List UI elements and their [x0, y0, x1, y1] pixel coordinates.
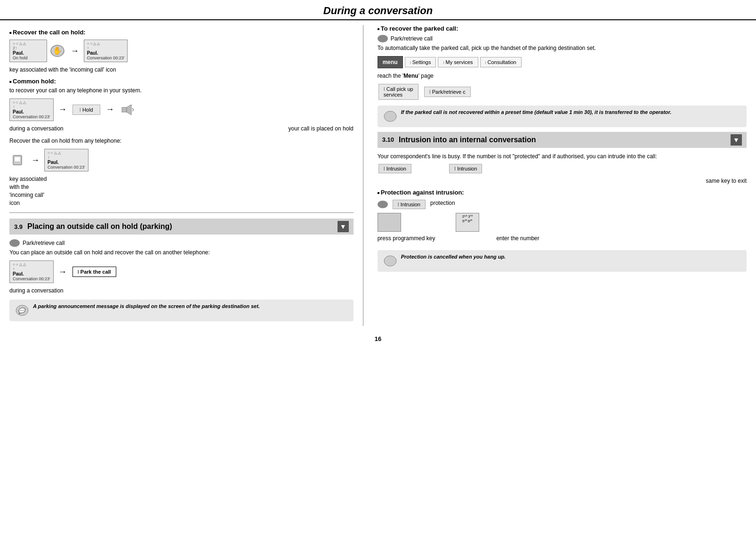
park-retrieve-menu-btn: Park/retrieve c — [424, 87, 471, 97]
hold-step-1: ○○△△ 2↑ Paul. On hold ✋ → ○○△△ ↑ Paul. C… — [9, 40, 354, 62]
parking-step: ○○△△ ↑ Paul. Conversation 00:23' → Park … — [9, 260, 354, 283]
consultation-tab: Consultation — [480, 57, 522, 67]
keys-row: 2ⁿᵈ 3ʳᵈ5ᵗʰ 6ᵗʰ — [378, 213, 747, 232]
svg-point-9 — [384, 256, 396, 266]
phone-small-icon — [9, 153, 26, 167]
services-row: Call pick upservices Park/retrieve c — [378, 83, 747, 101]
call-placed-hold-label: your call is placed on hold — [289, 125, 354, 133]
to-recover-title: To recover the parked call: — [378, 25, 747, 32]
common-hold-title: Common hold: — [9, 78, 354, 85]
protection-title: Protection against intrusion: — [378, 189, 747, 196]
key-associated-with: key associatedwith the'incoming call'ico… — [9, 175, 354, 207]
recover-hold-title: Recover the call on hold: — [9, 29, 354, 36]
note-icon: 💬 — [15, 303, 29, 317]
park-retrieve-text-right: Park/retrieve call — [391, 35, 433, 42]
hold-button: Hold — [72, 105, 100, 115]
section-3-10-number: 3.10 — [382, 136, 394, 143]
divider1 — [9, 212, 354, 213]
phone-screen-conv2: ○○△△ ↑ Paul. Conversation 00:23' — [44, 149, 88, 171]
note-icon3 — [383, 254, 397, 268]
oval-icon-intrusion — [378, 201, 388, 208]
parking-desc: You can place an outside call on hold an… — [9, 249, 354, 257]
during-conv-label2: during a conversation — [9, 287, 354, 295]
arrow-right-icon2: → — [58, 105, 67, 114]
park-retrieve-label: Park/retrieve call — [9, 239, 354, 247]
intrusion-protection-btn: Intrusion — [393, 200, 426, 209]
hold-step-2: ○○△△ ↑ Paul. Conversation 00:23' → Hold … — [9, 98, 354, 121]
programmed-key-box — [378, 213, 401, 232]
parking-note-text: A parking announcement message is displa… — [33, 303, 260, 309]
svg-text:✋: ✋ — [53, 46, 62, 55]
hand-icon: ✋ — [49, 44, 66, 58]
settings-tab: Settings — [405, 57, 436, 67]
arrow-right-icon3: → — [106, 105, 114, 114]
number-keys-box: 2ⁿᵈ 3ʳᵈ5ᵗʰ 6ᵗʰ — [456, 213, 479, 232]
section-3-9-arrow: ▼ — [338, 221, 349, 232]
note-icon2 — [383, 109, 397, 123]
page-title: During a conversation — [0, 0, 756, 20]
section-3-9-number: 3.9 — [14, 223, 23, 230]
reach-menu-text: reach the 'Menu' page — [378, 72, 747, 80]
svg-rect-2 — [122, 107, 127, 112]
arrow-right-icon: → — [71, 46, 79, 56]
phone-screen-conv1: ○○△△ ↑ Paul. Conversation 00:23' — [9, 98, 54, 121]
intrusion-button-1: Intrusion — [378, 164, 411, 173]
phone-screen-hold1: ○○△△ 2↑ Paul. On hold — [9, 40, 47, 62]
section-3-9-header: 3.9 Placing an outside call on hold (par… — [9, 219, 354, 235]
arrow-right-icon4: → — [31, 155, 40, 165]
common-hold-desc: to recover your call on any telephone in… — [9, 87, 354, 95]
protection-note-text: Protection is cancelled when you hang up… — [401, 254, 506, 260]
phone-screen-hold2: ○○△△ ↑ Paul. Conversation 00:23' — [84, 40, 128, 62]
sound-icon — [119, 103, 136, 117]
parking-note-box: 💬 A parking announcement message is disp… — [9, 300, 354, 321]
page-number: 16 — [0, 335, 756, 342]
call-pick-up-btn: Call pick upservices — [378, 84, 418, 100]
oval-icon — [9, 239, 20, 247]
section-3-10-title: Intrusion into an internal conversation — [399, 136, 536, 144]
parked-note-box: If the parked call is not recovered with… — [378, 106, 747, 127]
intrusion-button-2: Intrusion — [449, 164, 482, 173]
svg-marker-3 — [127, 105, 131, 115]
parked-note-text: If the parked call is not recovered with… — [401, 109, 672, 115]
park-retrieve-desc: To automatically take the parked call, p… — [378, 44, 747, 52]
menu-bar: menu Settings My services Consultation — [378, 56, 747, 68]
menu-key: menu — [378, 56, 403, 68]
same-key-exit-label: same key to exit — [500, 177, 747, 185]
right-column: To recover the parked call: Park/retriev… — [363, 25, 747, 326]
during-conv-label: during a conversation — [9, 125, 64, 133]
oval-icon-right — [378, 35, 388, 42]
protection-note-box: Protection is cancelled when you hang up… — [378, 250, 747, 272]
park-retrieve-text: Park/retrieve call — [23, 240, 64, 246]
park-call-button: Park the call — [72, 267, 116, 277]
section-3-10-arrow: ▼ — [731, 134, 742, 146]
intrusion-desc: Your correspondent's line is busy. If th… — [378, 153, 747, 161]
intrusion-protection-row: Intrusion protection — [378, 199, 747, 210]
recover-hold-from: Recover the call on hold from any teleph… — [9, 137, 354, 145]
svg-rect-5 — [15, 157, 20, 162]
my-services-tab: My services — [438, 57, 478, 67]
arrow-right-icon5: → — [58, 267, 67, 277]
protection-label: protection — [430, 199, 455, 207]
park-retrieve-label-right: Park/retrieve call — [378, 35, 747, 42]
section-3-9-title: Placing an outside call on hold (parking… — [27, 222, 172, 231]
svg-point-8 — [384, 111, 396, 122]
enter-number-label: enter the number — [496, 235, 539, 243]
left-column: Recover the call on hold: ○○△△ 2↑ Paul. … — [9, 25, 363, 326]
phone-screen-park: ○○△△ ↑ Paul. Conversation 00:23' — [9, 260, 54, 283]
intrusion-row: Intrusion Intrusion — [378, 163, 747, 174]
hold-step-3: → ○○△△ ↑ Paul. Conversation 00:23' — [9, 149, 354, 171]
key-associated-text: key associated with the 'incoming call' … — [9, 66, 354, 74]
section-3-10-header: 3.10 Intrusion into an internal conversa… — [378, 132, 747, 148]
press-programmed-label: press programmed key — [378, 235, 435, 243]
